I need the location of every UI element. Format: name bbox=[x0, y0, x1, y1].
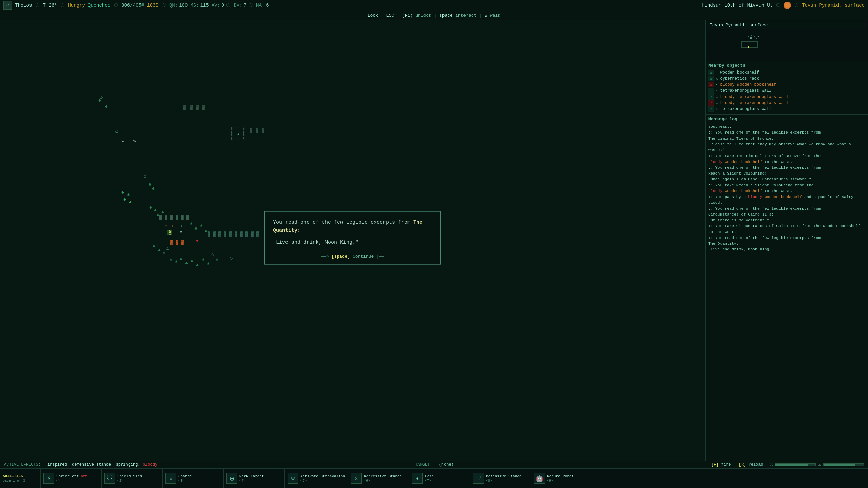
nearby-item: ⌂ ← wooden bookshelf bbox=[708, 69, 865, 76]
map-npc: ☺ bbox=[166, 247, 169, 251]
message-line: :: You read one of the few legible excer… bbox=[708, 165, 865, 170]
nearby-icon: ! bbox=[708, 88, 714, 94]
map-stairs: ≡ bbox=[180, 230, 182, 234]
ability-key: <9> bbox=[547, 479, 574, 483]
map-tree: ♣ bbox=[127, 192, 130, 197]
ammo-bar-fill bbox=[775, 463, 816, 466]
map-struct: ╗ bbox=[243, 125, 245, 130]
message-line: "Live and drink, Moon King." bbox=[708, 246, 865, 252]
map-wall: ▓ bbox=[235, 232, 237, 236]
map-tree: ♣ bbox=[216, 258, 218, 262]
nearby-item-name: bloody tetraxenonoglass wall bbox=[720, 101, 789, 105]
stat-av: AV: 9 ⬡ bbox=[212, 2, 231, 8]
ability-slot[interactable]: 🛡 Defensive Stance <8> bbox=[470, 469, 531, 488]
map-tree: ♣ bbox=[202, 258, 205, 262]
message-line: The Quantity: bbox=[708, 241, 865, 246]
minimap-dot bbox=[754, 36, 755, 37]
nearby-item-name: cybernetics rack bbox=[720, 76, 759, 81]
right-panel: Tevuh Pyramid, surface Nearby objects bbox=[705, 20, 868, 461]
map-tree: ♣ bbox=[121, 190, 124, 195]
hp-display: 306/405# bbox=[121, 3, 144, 8]
sep2: ⬡ bbox=[60, 2, 64, 8]
stat-qn: QN: 100 bbox=[169, 3, 188, 8]
ammo-bar: ⚔ ⚔ bbox=[770, 461, 864, 468]
status-effect: defensive stance bbox=[72, 462, 111, 467]
map-tree: ♣ bbox=[158, 248, 161, 252]
nearby-list: ⌂ ← wooden bookshelf⌂ κ cybernetics rack… bbox=[708, 69, 865, 112]
minimap-area: Tevuh Pyramid, surface bbox=[706, 20, 868, 61]
stat-ms: MS: 115 bbox=[190, 3, 209, 8]
minimap-label: Tevuh Pyramid, surface bbox=[707, 22, 867, 29]
ability-slot[interactable]: 🛡 Shield Slam <2> bbox=[102, 469, 163, 488]
ability-icon: 🛡 bbox=[473, 473, 484, 484]
ability-icon: ◎ bbox=[226, 473, 237, 484]
unlock-label: unlock bbox=[415, 13, 431, 18]
map-wall: █ bbox=[159, 216, 162, 220]
abilities-bar: ABILITIES page 1 of 3 ⚡ Sprint off off <… bbox=[0, 469, 868, 488]
map-hazard: ▓ bbox=[170, 240, 173, 244]
ability-key: <2> bbox=[117, 479, 142, 483]
map-wall: ▓ bbox=[240, 232, 243, 236]
bottom-bar: ACTIVE EFFECTS: inspired, defensive stan… bbox=[0, 461, 868, 488]
nearby-item: ⌂ • bloody wooden bookshelf bbox=[708, 82, 865, 88]
map-wall: █ bbox=[165, 216, 167, 220]
ability-icon: ⚙ bbox=[288, 473, 298, 484]
avatar: ☺ bbox=[3, 1, 12, 10]
ability-slot[interactable]: ⚙ Activate Stopsvalinn <5> bbox=[285, 469, 348, 488]
ability-icon: 🤖 bbox=[534, 473, 545, 484]
ability-slot[interactable]: ⚔ Charge <3> bbox=[163, 469, 224, 488]
dialog-quote: "Live and drink, Moon King." bbox=[273, 240, 432, 245]
map-hazard: ▓ bbox=[176, 240, 178, 244]
map-struct: ╚ bbox=[231, 138, 233, 142]
map-npc: ☺ bbox=[230, 256, 233, 261]
map-wall: ▓ bbox=[202, 105, 205, 109]
temperature: T:26° bbox=[43, 3, 57, 8]
map-tree: ♣ bbox=[196, 263, 199, 267]
ability-slot[interactable]: ⚡ Sprint off off <> bbox=[41, 469, 102, 488]
map-tree: ♣ bbox=[154, 208, 157, 212]
message-line: Circumstances of Cairo II's: bbox=[708, 211, 865, 217]
map-tree: ♣ bbox=[161, 210, 164, 215]
status-effect: inspired bbox=[47, 462, 67, 467]
map-tree: ♣ bbox=[170, 258, 172, 262]
ability-slot[interactable]: ✦ Lase <7> bbox=[409, 469, 470, 488]
ability-slot[interactable]: 🤖 Rebuke Robot <9> bbox=[531, 469, 592, 488]
map-tree: ♣ bbox=[149, 182, 151, 187]
message-line: :: You read one of the few legible excer… bbox=[708, 206, 865, 211]
map-wall: ▓ bbox=[218, 232, 221, 236]
message-line: The Liminal Tiers of Bronze: bbox=[708, 136, 865, 141]
ability-icon: 🛡 bbox=[104, 473, 115, 484]
esc-label: ESC bbox=[386, 13, 394, 18]
main-content: ♣ ♣ ☺ ▓ ▓ ▓ ▓ ☺ » » ╔ ═ ╗ ║ ✦ ║ ╚ ═ ╝ ▓ … bbox=[0, 20, 868, 461]
nearby-icon: 7 bbox=[708, 100, 714, 106]
ability-key: <3> bbox=[178, 479, 192, 483]
message-line: southeast. bbox=[708, 124, 865, 129]
nearby-item: 7 ↘ bloody tetraxenonoglass wall bbox=[708, 100, 865, 106]
ammo-icon-left: ⚔ bbox=[770, 461, 773, 468]
location-display: Tevuh Pyramid, surface bbox=[802, 3, 865, 8]
map-chevron: » bbox=[121, 139, 124, 144]
effects-list: inspired, defensive stance, springing, b… bbox=[47, 462, 157, 467]
ability-slot[interactable]: ◎ Mark Target <4> bbox=[224, 469, 285, 488]
minimap-dot bbox=[748, 36, 749, 37]
ammo-icon-right: ⚔ bbox=[818, 461, 821, 468]
map-struct: ═ bbox=[237, 125, 239, 130]
message-line: Reach a Slight Colouring: bbox=[708, 170, 865, 176]
map-wall: ▓ bbox=[213, 232, 216, 236]
ammo-bar-fill-2 bbox=[823, 463, 864, 466]
map-danger: Σ bbox=[196, 240, 199, 244]
map-wall: ▓ bbox=[229, 232, 232, 236]
ability-key: <> bbox=[56, 479, 87, 483]
walk-label: walk bbox=[490, 13, 500, 18]
dialog-box: You read one of the few legible excerpts… bbox=[264, 211, 441, 265]
minimap-dot bbox=[750, 37, 752, 39]
dialog-continue[interactable]: ——> [space] Continue |—— bbox=[273, 250, 432, 259]
ability-slot[interactable]: ⚔ Aggressive Stance <6> bbox=[348, 469, 409, 488]
nearby-icon: ⌂ bbox=[708, 82, 714, 87]
map-npc: ☺ bbox=[144, 174, 146, 179]
map-tree: ♣ bbox=[129, 200, 132, 204]
ability-name: Charge bbox=[178, 474, 192, 479]
fire-display: [F] fire [R] reload bbox=[711, 462, 763, 467]
nearby-icon: 7 bbox=[708, 106, 714, 112]
map-tree: ♣ bbox=[105, 104, 108, 109]
